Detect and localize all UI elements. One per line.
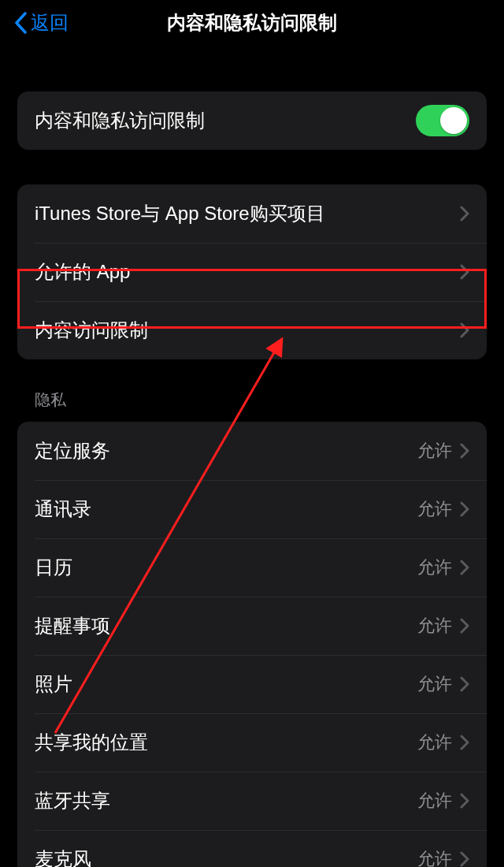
row-value: 允许 <box>417 789 452 813</box>
chevron-right-icon <box>460 443 469 459</box>
row-label: 共享我的位置 <box>35 730 417 755</box>
content-privacy-toggle-row[interactable]: 内容和隐私访问限制 <box>17 91 487 150</box>
chevron-right-icon <box>460 501 469 517</box>
row-label: 麦克风 <box>35 847 417 867</box>
chevron-right-icon <box>460 264 469 280</box>
toggle-switch[interactable] <box>416 105 469 136</box>
row-label: 允许的 App <box>35 259 460 285</box>
row-label: 通讯录 <box>35 497 417 522</box>
row-label: 蓝牙共享 <box>35 788 417 813</box>
back-label: 返回 <box>31 10 69 35</box>
row-value: 允许 <box>417 847 452 867</box>
chevron-right-icon <box>460 322 469 338</box>
row-label: 定位服务 <box>35 438 417 463</box>
row-share-location[interactable]: 共享我的位置 允许 <box>17 713 487 772</box>
privacy-section-label: 隐私 <box>35 389 504 411</box>
row-location[interactable]: 定位服务 允许 <box>17 422 487 480</box>
row-value: 允许 <box>417 672 452 696</box>
privacy-group: 定位服务 允许 通讯录 允许 日历 允许 提醒事项 允许 照片 允许 共享我的位… <box>17 422 487 867</box>
row-label: 日历 <box>35 555 417 580</box>
row-value: 允许 <box>417 497 452 521</box>
row-label: 照片 <box>35 672 417 697</box>
chevron-right-icon <box>460 676 469 692</box>
row-label: 内容访问限制 <box>35 318 460 343</box>
chevron-right-icon <box>460 206 469 221</box>
toggle-row-label: 内容和隐私访问限制 <box>35 108 416 133</box>
row-value: 允许 <box>417 556 452 579</box>
chevron-right-icon <box>460 735 469 750</box>
row-allowed-apps[interactable]: 允许的 App <box>17 243 487 301</box>
row-label: iTunes Store与 App Store购买项目 <box>35 201 460 226</box>
switch-knob <box>440 107 467 134</box>
row-label: 提醒事项 <box>35 613 417 638</box>
row-content-restrictions[interactable]: 内容访问限制 <box>17 301 487 359</box>
main-group: iTunes Store与 App Store购买项目 允许的 App 内容访问… <box>17 184 487 359</box>
page-title: 内容和隐私访问限制 <box>167 10 337 35</box>
row-contacts[interactable]: 通讯录 允许 <box>17 480 487 538</box>
row-microphone[interactable]: 麦克风 允许 <box>17 830 487 867</box>
row-itunes-appstore[interactable]: iTunes Store与 App Store购买项目 <box>17 184 487 243</box>
nav-header: 返回 内容和隐私访问限制 <box>0 0 504 46</box>
row-value: 允许 <box>417 614 452 638</box>
row-value: 允许 <box>417 731 452 754</box>
chevron-right-icon <box>460 618 469 634</box>
chevron-right-icon <box>460 793 469 809</box>
row-reminders[interactable]: 提醒事项 允许 <box>17 597 487 655</box>
chevron-right-icon <box>460 560 469 575</box>
row-value: 允许 <box>417 439 452 463</box>
row-calendar[interactable]: 日历 允许 <box>17 538 487 597</box>
chevron-right-icon <box>460 851 469 867</box>
back-button[interactable]: 返回 <box>14 10 69 35</box>
toggle-group: 内容和隐私访问限制 <box>17 91 487 150</box>
row-bluetooth[interactable]: 蓝牙共享 允许 <box>17 772 487 830</box>
chevron-left-icon <box>14 12 28 34</box>
row-photos[interactable]: 照片 允许 <box>17 655 487 713</box>
